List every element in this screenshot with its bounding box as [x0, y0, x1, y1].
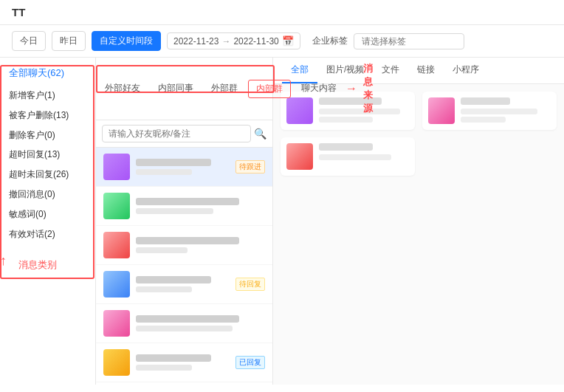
app-header: TT — [0, 0, 564, 25]
avatar — [103, 193, 130, 219]
contact-name — [136, 198, 239, 205]
sidebar-item-timeout-reply[interactable]: 超时回复(13) — [0, 145, 95, 165]
msg-sender-name — [319, 143, 373, 151]
contact-info — [136, 237, 265, 253]
contact-tag: 待跟进 — [235, 160, 265, 173]
contact-tag: 待回复 — [235, 278, 265, 291]
contact-item[interactable]: 待回复 — [96, 265, 272, 304]
contact-item[interactable] — [96, 304, 272, 343]
msg-avatar — [286, 143, 313, 170]
sidebar-item-sensitive[interactable]: 敏感词(0) — [0, 204, 95, 224]
msg-avatar — [428, 97, 455, 124]
sidebar-item-deleted[interactable]: 删除客户(0) — [0, 125, 95, 145]
contact-item[interactable]: 待跟进 — [96, 148, 272, 187]
msg-text — [319, 109, 400, 114]
msg-sender-name — [461, 97, 510, 105]
contact-name — [136, 237, 239, 244]
contact-msg — [136, 247, 188, 253]
sidebar-header: 全部聊天(62) — [0, 63, 95, 86]
content-tab-link[interactable]: 链接 — [408, 58, 444, 83]
message-card[interactable] — [281, 137, 415, 176]
contact-info — [136, 276, 230, 292]
contact-info — [136, 159, 230, 175]
contact-info — [136, 198, 265, 214]
contact-name — [136, 159, 211, 166]
avatar — [103, 349, 130, 376]
app-title: TT — [12, 6, 25, 18]
tab-internal-colleagues[interactable]: 内部同事 — [149, 76, 202, 102]
custom-button[interactable]: 自定义时间段 — [92, 31, 161, 51]
calendar-icon: 📅 — [282, 35, 294, 47]
avatar — [103, 271, 130, 298]
avatar — [103, 154, 130, 180]
toolbar: 今日 昨日 自定义时间段 2022-11-23 → 2022-11-30 📅 企… — [0, 25, 564, 58]
main-area: 全部聊天(62) 新增客户(1) 被客户删除(13) 删除客户(0) 超时回复(… — [0, 58, 564, 385]
contact-msg — [136, 286, 192, 292]
label-tag: 企业标签 — [312, 35, 348, 47]
contact-msg — [136, 169, 192, 175]
contact-name — [136, 276, 211, 283]
contact-msg — [136, 326, 233, 331]
annotation-arrow-category: ↑ — [0, 253, 7, 269]
msg-text — [319, 154, 391, 160]
date-range-picker[interactable]: 2022-11-23 → 2022-11-30 📅 — [167, 32, 300, 49]
source-arrow-icon: → — [345, 78, 360, 100]
sidebar-item-new-customer[interactable]: 新增客户(1) — [0, 86, 95, 106]
tab-internal-group[interactable]: 内部群 — [248, 80, 291, 98]
annotation-label-category: 消息类别 — [10, 258, 66, 272]
content-body — [273, 84, 564, 385]
avatar — [103, 232, 130, 258]
contact-panel: 外部好友 内部同事 外部群 内部群 聊天内容 → 消息来源 🔍 — [96, 58, 273, 385]
message-card[interactable] — [422, 92, 557, 130]
contact-info — [136, 354, 230, 371]
sidebar-item-timeout-no-reply[interactable]: 超时未回复(26) — [0, 165, 95, 185]
sidebar: 全部聊天(62) 新增客户(1) 被客户删除(13) 删除客户(0) 超时回复(… — [0, 58, 96, 385]
content-tab-file[interactable]: 文件 — [373, 58, 408, 83]
search-button[interactable]: 🔍 — [254, 128, 266, 140]
today-button[interactable]: 今日 — [12, 31, 46, 51]
contact-tag: 已回复 — [235, 356, 265, 369]
sidebar-item-recall[interactable]: 撤回消息(0) — [0, 185, 95, 204]
tab-external-group[interactable]: 外部群 — [202, 76, 247, 102]
contact-info — [136, 315, 265, 331]
tab-chat-content[interactable]: 聊天内容 — [292, 76, 345, 102]
yesterday-button[interactable]: 昨日 — [52, 31, 86, 51]
msg-content — [319, 143, 409, 170]
contact-name — [136, 354, 211, 362]
date-arrow: → — [221, 36, 230, 47]
tab-external-friends[interactable]: 外部好友 — [96, 76, 149, 102]
contact-list[interactable]: 待跟进 — [96, 148, 272, 385]
sidebar-item-deleted-by[interactable]: 被客户删除(13) — [0, 106, 95, 125]
date-end: 2022-11-30 — [233, 36, 278, 47]
sidebar-item-valid-dialog[interactable]: 有效对话(2) — [0, 224, 95, 244]
contact-item[interactable] — [96, 226, 272, 265]
contact-msg — [136, 208, 213, 214]
msg-text-2 — [461, 117, 506, 123]
contact-item[interactable] — [96, 187, 272, 226]
msg-text — [461, 109, 537, 114]
avatar — [103, 310, 130, 337]
contact-item[interactable] — [96, 382, 272, 385]
contact-name — [136, 315, 239, 323]
search-input[interactable] — [102, 125, 251, 142]
source-label: 消息来源 — [360, 58, 376, 120]
date-start: 2022-11-23 — [173, 36, 219, 47]
content-tab-miniapp[interactable]: 小程序 — [444, 58, 488, 83]
msg-content — [461, 97, 551, 124]
tag-input[interactable] — [354, 33, 464, 49]
contact-msg — [136, 365, 192, 371]
search-bar: 🔍 — [96, 120, 272, 148]
content-panel: 全部 图片/视频 文件 链接 小程序 — [273, 58, 564, 385]
contact-item[interactable]: 已回复 — [96, 343, 272, 382]
